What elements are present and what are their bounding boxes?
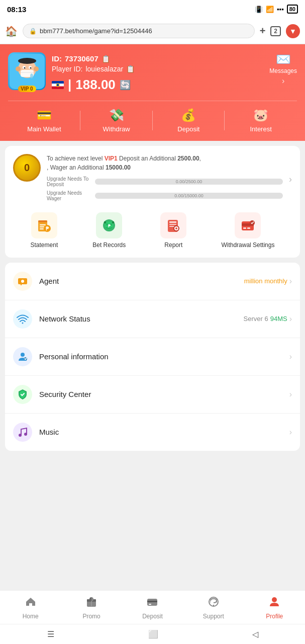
signal-bars-icon: ▪▪▪ — [277, 6, 284, 13]
deposit-progress-bar: 0.00/2500.00 — [95, 179, 283, 185]
wallet-actions: 💳 Main Wallet 💸 Withdraw 💰 Deposit 🐷 Int… — [8, 101, 297, 133]
browser-actions: + 2 ▼ — [260, 24, 300, 38]
home-nav-icon — [25, 596, 37, 611]
avatar[interactable]: VIP 0 — [8, 52, 46, 90]
withdrawal-settings-icon — [235, 212, 261, 238]
deposit-button[interactable]: 💰 Deposit — [153, 108, 225, 133]
copy-player-button[interactable]: 📋 — [126, 65, 135, 73]
android-menu-button[interactable]: ☰ — [47, 629, 54, 639]
svg-rect-33 — [169, 224, 176, 225]
agent-right-text: million monthly — [244, 277, 287, 285]
withdrawal-settings-button[interactable]: Withdrawal Settings — [221, 212, 274, 250]
report-button[interactable]: Report — [160, 212, 186, 250]
messages-button[interactable]: ✉️ Messages — [269, 52, 297, 74]
profile-nav-label: Profile — [266, 613, 283, 620]
deposit-progress-value: 0.00/2500.00 — [95, 179, 283, 184]
nav-support[interactable]: Support — [196, 596, 231, 620]
deposit-label: Deposit — [177, 125, 199, 133]
svg-rect-34 — [169, 226, 174, 227]
id-value: 73730607 — [65, 54, 98, 63]
nav-home[interactable]: Home — [13, 596, 48, 620]
id-label: ID: — [52, 54, 62, 63]
wager-pre: , Wager an Additional — [47, 164, 106, 171]
browser-bar: 🏠 🔒 bbm777.bet/home/game?id=12504446 + 2… — [0, 18, 305, 44]
new-tab-button[interactable]: + — [260, 25, 266, 37]
header-section: VIP 0 ID: 73730607 📋 Player ID: louiesal… — [0, 44, 305, 141]
svg-rect-54 — [149, 604, 151, 605]
copy-id-button[interactable]: 📋 — [101, 55, 110, 63]
header-info: ID: 73730607 📋 Player ID: louiesalazar 📋 — [52, 52, 135, 93]
network-chevron-icon: › — [289, 314, 292, 324]
statement-button[interactable]: ₱ Statement — [31, 212, 58, 250]
statement-label: Statement — [31, 242, 58, 250]
android-nav: ☰ ⬜ ◁ — [0, 624, 305, 644]
wager-progress-label: Upgrade Needs Wager — [47, 190, 92, 201]
music-chevron-icon: › — [289, 428, 292, 437]
vip-card: 0 To achieve next level VIP1 Deposit an … — [5, 146, 300, 258]
home-nav-label: Home — [23, 613, 39, 620]
tabs-count[interactable]: 2 — [270, 26, 281, 36]
personal-info-chevron-icon: › — [289, 352, 292, 361]
statement-icon: ₱ — [31, 212, 57, 238]
interest-button[interactable]: 🐷 Interest — [225, 108, 297, 133]
network-status-menu-item[interactable]: Network Status Server 6 94MS › — [5, 300, 300, 338]
svg-point-16 — [57, 84, 59, 86]
agent-menu-item[interactable]: Agent million monthly › — [5, 263, 300, 300]
svg-point-57 — [272, 597, 277, 602]
header-right: ✉️ Messages › — [269, 52, 297, 86]
interest-label: Interest — [250, 125, 271, 133]
svg-text:₱: ₱ — [46, 226, 49, 231]
nav-deposit[interactable]: Deposit — [135, 596, 170, 620]
status-bar: 08:13 📳 📶 ▪▪▪ 80 — [0, 0, 305, 18]
bottom-nav: Home Promo Deposit — [0, 590, 305, 624]
personal-info-menu-item[interactable]: Personal information › — [5, 338, 300, 376]
vip-level: VIP1 — [105, 155, 118, 162]
withdraw-icon: 💸 — [109, 108, 124, 122]
nav-promo[interactable]: Promo — [74, 596, 109, 620]
svg-point-10 — [18, 58, 36, 64]
player-id-row: Player ID: louiesalazar 📋 — [52, 65, 135, 73]
status-time: 08:13 — [7, 5, 26, 14]
vip-chevron-icon[interactable]: › — [289, 174, 292, 185]
agent-icon — [13, 272, 32, 291]
interest-icon: 🐷 — [253, 108, 268, 122]
envelope-icon: ✉️ — [276, 52, 291, 66]
android-back-button[interactable]: ◁ — [252, 629, 258, 639]
security-icon — [13, 385, 32, 404]
bet-records-button[interactable]: ₱ Bet Records — [92, 212, 126, 250]
android-home-button[interactable]: ⬜ — [148, 629, 158, 639]
personal-info-label: Personal information — [39, 352, 282, 361]
agent-chevron-icon: › — [289, 277, 292, 286]
main-wallet-button[interactable]: 💳 Main Wallet — [8, 108, 80, 133]
network-ms-text: 94MS — [270, 315, 287, 323]
svg-point-37 — [175, 227, 177, 229]
balance-amount: | — [68, 77, 71, 93]
svg-point-8 — [16, 66, 21, 71]
deposit-icon: 💰 — [181, 108, 196, 122]
battery-indicator: 80 — [287, 5, 298, 14]
svg-point-43 — [21, 280, 24, 283]
svg-rect-21 — [40, 228, 44, 229]
browser-home-icon[interactable]: 🏠 — [5, 25, 18, 37]
svg-point-11 — [30, 73, 33, 78]
wager-progress-bar: 0.00/15000.00 — [95, 193, 283, 199]
refresh-balance-button[interactable]: 🔄 — [120, 79, 131, 91]
music-menu-item[interactable]: Music › — [5, 414, 300, 451]
signal-icon: 📶 — [266, 6, 274, 13]
support-nav-icon — [208, 596, 220, 611]
vibrate-icon: 📳 — [255, 6, 263, 13]
url-bar[interactable]: 🔒 bbm777.bet/home/game?id=12504446 — [23, 24, 255, 38]
deposit-progress-label: Upgrade Needs To Deposit — [47, 176, 92, 187]
personal-info-right: › — [289, 352, 292, 361]
svg-point-45 — [21, 353, 25, 357]
vip-coin: 0 — [13, 154, 41, 182]
svg-rect-28 — [104, 221, 106, 223]
music-right: › — [289, 428, 292, 437]
deposit-nav-icon — [146, 596, 158, 611]
user-id-row: ID: 73730607 📋 — [52, 54, 135, 63]
nav-profile[interactable]: Profile — [257, 596, 292, 620]
withdraw-button[interactable]: 💸 Withdraw — [80, 108, 153, 133]
security-chevron-icon: › — [289, 390, 292, 399]
browser-menu-button[interactable]: ▼ — [286, 24, 300, 38]
security-center-menu-item[interactable]: Security Center › — [5, 376, 300, 414]
